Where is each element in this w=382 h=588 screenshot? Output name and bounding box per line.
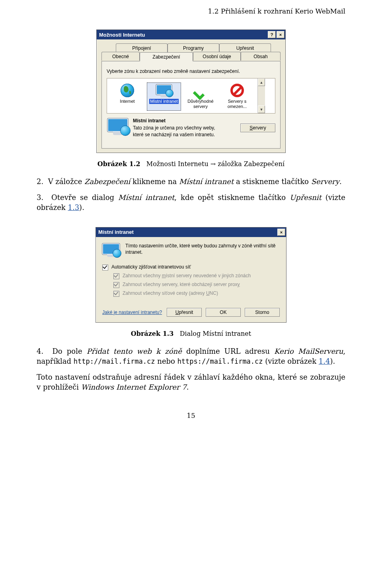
titlebar: Místní intranet × (96, 227, 286, 237)
forbidden-icon (230, 84, 244, 97)
dialog-internet-options: Možnosti Internetu ? × Připojení Program… (96, 29, 286, 153)
zone-internet[interactable]: Internet (110, 82, 144, 111)
close-icon[interactable]: × (277, 31, 285, 38)
dialog-title: Místní intranet (98, 229, 277, 235)
tab-pripojeni[interactable]: Připojení (116, 43, 168, 52)
globe-icon (121, 84, 134, 97)
help-icon[interactable]: ? (268, 31, 276, 38)
zone-list: Internet Místní intranet Důvěryhodnéserv… (107, 78, 275, 114)
zone-detail: Místní intranet Tato zóna je určena pro … (107, 118, 275, 138)
scroll-up-icon[interactable]: ▲ (258, 78, 265, 86)
intro-text: Tímto nastavením určíte, které weby budo… (125, 243, 280, 256)
step-4: 4. Do pole Přidat tento web k zóně dopln… (37, 346, 345, 367)
checkbox-icon (113, 273, 119, 279)
zone-scrollbar[interactable]: ▲ ▼ (257, 78, 265, 113)
tab-obsah[interactable]: Obsah (241, 52, 281, 61)
dialog-body: Připojení Programy Upřesnit Obecné Zabez… (97, 39, 285, 153)
intranet-settings-link[interactable]: Jaké je nastavení intranetu? (102, 310, 163, 315)
figure-caption-1-2: Obrázek 1.2 Možnosti Internetu → záložka… (37, 160, 345, 168)
tab-obecne[interactable]: Obecné (101, 52, 140, 61)
tab-strip: Připojení Programy Upřesnit Obecné Zabez… (101, 43, 281, 61)
zone-local-intranet[interactable]: Místní intranet (147, 82, 181, 111)
tab-zabezpeceni[interactable]: Zabezpečení (140, 52, 193, 61)
zone-detail-text: Místní intranet Tato zóna je určena pro … (133, 118, 236, 138)
closing-paragraph: Toto nastavení odstraňuje adresní řádek … (37, 372, 345, 392)
figure-caption-1-3: Obrázek 1.3 Dialog Místní intranet (37, 330, 345, 337)
step-3: 3. Otevře se dialog Místní intranet, kde… (37, 192, 345, 213)
zone-restricted[interactable]: Servery somezen... (220, 82, 254, 111)
cancel-button[interactable]: Storno (245, 308, 280, 317)
page-number: 15 (37, 412, 345, 419)
option-include-proxy-bypass: Zahrnout všechny servery, které obcházej… (113, 282, 280, 288)
dialog-local-intranet: Místní intranet × Tímto nastavením určít… (96, 227, 286, 323)
dialog-body: Tímto nastavením určíte, které weby budo… (96, 237, 286, 322)
tab-programy[interactable]: Programy (168, 43, 219, 52)
dialog-title: Možnosti Internetu (99, 32, 267, 38)
scroll-down-icon[interactable]: ▼ (258, 106, 265, 113)
monitor-globe-icon (102, 243, 120, 258)
advanced-button[interactable]: Upřesnit (167, 308, 202, 317)
figure-ref-1-3[interactable]: 1.3 (68, 203, 79, 212)
ok-button[interactable]: OK (206, 308, 241, 317)
figure-ref-1-4[interactable]: 1.4 (319, 357, 330, 365)
option-include-local: Zahrnout všechny místní servery neuveden… (113, 273, 280, 279)
check-icon (194, 84, 207, 97)
monitor-globe-icon (156, 84, 172, 96)
servers-button[interactable]: Servery (240, 123, 275, 132)
option-auto-detect[interactable]: Automaticky zjišťovat intranetovou síť (102, 264, 280, 270)
checkbox-icon (113, 291, 119, 297)
zone-instruction: Vyberte zónu k zobrazení nebo změně nast… (107, 69, 275, 74)
checkbox-icon (113, 282, 119, 288)
option-include-unc: Zahrnout všechny síťové cesty (adresy UN… (113, 290, 280, 297)
zone-detail-icon (107, 118, 129, 135)
section-header: 1.2 Přihlášení k rozhraní Kerio WebMail (37, 0, 345, 15)
tab-pane-security: Vyberte zónu k zobrazení nebo změně nast… (101, 61, 281, 149)
tab-upresnit[interactable]: Upřesnit (219, 43, 271, 52)
close-icon[interactable]: × (277, 229, 285, 236)
tab-osobni-udaje[interactable]: Osobní údaje (193, 52, 241, 61)
step-2: 2. V záložce Zabezpečení klikneme na Mís… (37, 176, 345, 187)
titlebar: Možnosti Internetu ? × (97, 30, 285, 39)
checkbox-icon[interactable] (102, 265, 108, 270)
zone-trusted[interactable]: Důvěryhodnéservery (183, 82, 218, 111)
